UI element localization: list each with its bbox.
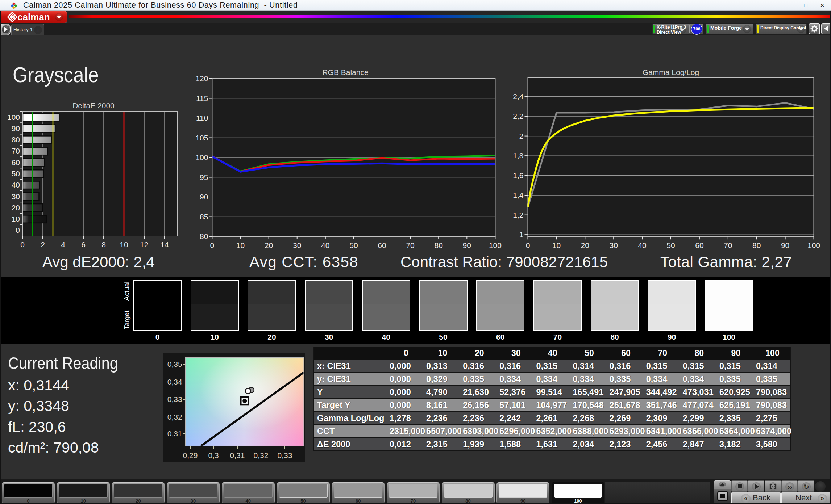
svg-text:40: 40: [12, 181, 20, 189]
svg-text:10: 10: [12, 215, 20, 223]
svg-text:40: 40: [321, 241, 329, 249]
svg-text:90: 90: [12, 124, 20, 133]
svg-text:0: 0: [16, 226, 20, 234]
svg-text:0,32: 0,32: [254, 451, 269, 459]
svg-text:2: 2: [41, 240, 45, 249]
svg-text:0,32: 0,32: [167, 413, 182, 421]
svg-text:90: 90: [200, 193, 208, 201]
svg-text:70: 70: [724, 241, 732, 249]
svg-text:0,31: 0,31: [167, 429, 182, 438]
svg-text:50: 50: [349, 241, 358, 249]
svg-text:105: 105: [196, 134, 208, 142]
svg-text:90: 90: [463, 241, 471, 249]
svg-text:8: 8: [101, 240, 106, 249]
svg-text:10: 10: [552, 241, 561, 249]
svg-text:20: 20: [265, 241, 273, 249]
svg-text:1: 1: [519, 230, 524, 239]
svg-text:70: 70: [12, 147, 20, 155]
svg-text:2,2: 2,2: [513, 112, 523, 120]
svg-text:1,2: 1,2: [513, 211, 523, 219]
svg-text:60: 60: [695, 241, 703, 249]
svg-text:110: 110: [196, 114, 208, 122]
svg-text:100: 100: [807, 241, 820, 249]
svg-text:85: 85: [200, 213, 208, 221]
svg-text:80: 80: [200, 232, 208, 240]
svg-text:80: 80: [12, 135, 20, 144]
svg-text:115: 115: [196, 94, 208, 102]
svg-text:12: 12: [140, 240, 148, 249]
svg-text:100: 100: [7, 113, 20, 121]
svg-text:10: 10: [236, 241, 245, 249]
svg-text:0: 0: [210, 241, 215, 249]
svg-text:95: 95: [200, 173, 208, 181]
svg-text:120: 120: [196, 74, 208, 83]
svg-text:100: 100: [196, 153, 208, 161]
svg-text:0,31: 0,31: [230, 451, 245, 459]
svg-text:14: 14: [160, 240, 169, 249]
svg-text:0: 0: [20, 240, 25, 249]
svg-text:100: 100: [489, 241, 502, 249]
svg-text:2: 2: [519, 132, 524, 140]
svg-text:0,35: 0,35: [167, 360, 182, 368]
svg-text:2,4: 2,4: [513, 92, 524, 101]
svg-text:0,3: 0,3: [208, 451, 219, 459]
svg-text:0,33: 0,33: [278, 451, 292, 459]
svg-text:20: 20: [12, 203, 20, 212]
svg-text:60: 60: [378, 241, 386, 249]
svg-text:0,34: 0,34: [167, 378, 182, 386]
svg-text:20: 20: [581, 241, 589, 249]
svg-text:80: 80: [435, 241, 443, 249]
svg-text:1,4: 1,4: [513, 191, 524, 199]
svg-text:50: 50: [12, 169, 20, 178]
svg-text:50: 50: [666, 241, 675, 249]
svg-text:40: 40: [638, 241, 646, 249]
svg-text:90: 90: [781, 241, 789, 249]
svg-text:1,6: 1,6: [513, 171, 523, 180]
svg-text:10: 10: [120, 240, 128, 249]
svg-text:0,33: 0,33: [167, 395, 182, 403]
svg-text:30: 30: [293, 241, 301, 249]
svg-text:6: 6: [81, 240, 86, 249]
svg-text:0: 0: [526, 241, 530, 249]
svg-text:30: 30: [12, 192, 20, 201]
svg-text:30: 30: [610, 241, 618, 249]
svg-text:4: 4: [61, 240, 65, 249]
svg-text:0,29: 0,29: [183, 451, 198, 459]
svg-text:80: 80: [752, 241, 761, 249]
svg-text:1,8: 1,8: [513, 151, 523, 160]
svg-text:70: 70: [406, 241, 414, 249]
svg-text:60: 60: [12, 158, 20, 167]
